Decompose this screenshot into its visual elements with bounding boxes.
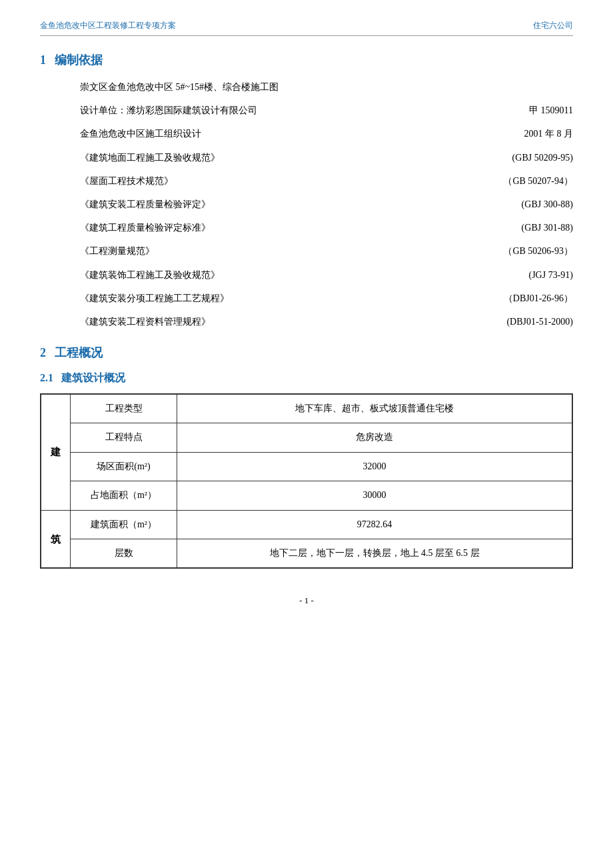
- field-label: 层数: [71, 539, 177, 568]
- field-label: 工程类型: [71, 395, 177, 423]
- content-line-left: 崇文区金鱼池危改中区 5#~15#楼、综合楼施工图: [80, 79, 573, 95]
- content-line-right: 甲 1509011: [466, 102, 573, 119]
- content-line: 《建筑安装工程资料管理规程》(DBJ01-51-2000): [80, 313, 573, 330]
- table-row: 建工程类型地下车库、超市、板式坡顶普通住宅楼: [41, 395, 572, 423]
- content-line-left: 设计单位：潍坊彩恩国际建筑设计有限公司: [80, 102, 466, 119]
- content-line: 《屋面工程技术规范》（GB 50207-94）: [80, 173, 573, 189]
- content-line-left: 《建筑安装工程资料管理规程》: [80, 313, 466, 330]
- field-label: 建筑面积（m²）: [71, 510, 177, 539]
- header: 金鱼池危改中区工程装修工程专项方案 住宅六公司: [40, 20, 573, 36]
- content-line-right: (JGJ 73-91): [466, 267, 573, 283]
- section2-title: 2 工程概况: [40, 345, 573, 361]
- content-line-left: 《建筑装饰工程施工及验收规范》: [80, 267, 466, 283]
- field-value: 32000: [177, 452, 572, 481]
- content-line-left: 《工程测量规范》: [80, 243, 466, 259]
- content-line-right: (DBJ01-51-2000): [466, 313, 573, 330]
- group-label: 建: [41, 395, 71, 511]
- table-row: 工程特点危房改造: [41, 423, 572, 452]
- building-design-table: 建工程类型地下车库、超市、板式坡顶普通住宅楼工程特点危房改造场区面积(m²)32…: [40, 393, 573, 569]
- field-value: 97282.64: [177, 510, 572, 539]
- field-value: 危房改造: [177, 423, 572, 452]
- content-line-right: （DBJ01-26-96）: [466, 290, 573, 307]
- content-line-left: 《建筑安装工程质量检验评定》: [80, 196, 466, 213]
- content-line-left: 《建筑安装分项工程施工工艺规程》: [80, 290, 466, 307]
- table-row: 场区面积(m²)32000: [41, 452, 572, 481]
- footer: - 1 -: [40, 595, 573, 606]
- group-label: 筑: [41, 510, 71, 568]
- table-row: 筑建筑面积（m²）97282.64: [41, 510, 572, 539]
- content-line-left: 《屋面工程技术规范》: [80, 173, 466, 189]
- content-line-right: （GB 50207-94）: [466, 173, 573, 189]
- page-number: - 1 -: [299, 595, 314, 605]
- content-line-left: 《建筑工程质量检验评定标准》: [80, 219, 466, 236]
- content-line: 《建筑安装分项工程施工工艺规程》（DBJ01-26-96）: [80, 290, 573, 307]
- table-row: 占地面积（m²）30000: [41, 481, 572, 510]
- content-line: 《建筑装饰工程施工及验收规范》(JGJ 73-91): [80, 267, 573, 283]
- content-line: 《建筑地面工程施工及验收规范》(GBJ 50209-95): [80, 149, 573, 166]
- content-line: 《建筑工程质量检验评定标准》(GBJ 301-88): [80, 219, 573, 236]
- content-line: 设计单位：潍坊彩恩国际建筑设计有限公司甲 1509011: [80, 102, 573, 119]
- field-value: 地下二层，地下一层，转换层，地上 4.5 层至 6.5 层: [177, 539, 572, 568]
- content-line-right: (GBJ 50209-95): [466, 149, 573, 166]
- content-line-right: 2001 年 8 月: [466, 125, 573, 142]
- field-label: 占地面积（m²）: [71, 481, 177, 510]
- field-label: 工程特点: [71, 423, 177, 452]
- content-line: 金鱼池危改中区施工组织设计2001 年 8 月: [80, 125, 573, 142]
- content-line: 《工程测量规范》（GB 50206-93）: [80, 243, 573, 259]
- table-row: 层数地下二层，地下一层，转换层，地上 4.5 层至 6.5 层: [41, 539, 572, 568]
- field-label: 场区面积(m²): [71, 452, 177, 481]
- content-line-left: 《建筑地面工程施工及验收规范》: [80, 149, 466, 166]
- content-line-right: （GB 50206-93）: [466, 243, 573, 259]
- header-left: 金鱼池危改中区工程装修工程专项方案: [40, 20, 176, 31]
- section2-1-title: 2.1 建筑设计概况: [40, 371, 573, 385]
- content-line-right: (GBJ 301-88): [466, 219, 573, 236]
- content-line: 崇文区金鱼池危改中区 5#~15#楼、综合楼施工图: [80, 79, 573, 95]
- page: 金鱼池危改中区工程装修工程专项方案 住宅六公司 1 编制依据 崇文区金鱼池危改中…: [0, 0, 613, 868]
- content-line: 《建筑安装工程质量检验评定》(GBJ 300-88): [80, 196, 573, 213]
- header-right: 住宅六公司: [533, 20, 573, 31]
- field-value: 地下车库、超市、板式坡顶普通住宅楼: [177, 395, 572, 423]
- section1-title: 1 编制依据: [40, 52, 573, 68]
- field-value: 30000: [177, 481, 572, 510]
- section1-content: 崇文区金鱼池危改中区 5#~15#楼、综合楼施工图设计单位：潍坊彩恩国际建筑设计…: [80, 79, 573, 330]
- content-line-right: (GBJ 300-88): [466, 196, 573, 213]
- content-line-left: 金鱼池危改中区施工组织设计: [80, 125, 466, 142]
